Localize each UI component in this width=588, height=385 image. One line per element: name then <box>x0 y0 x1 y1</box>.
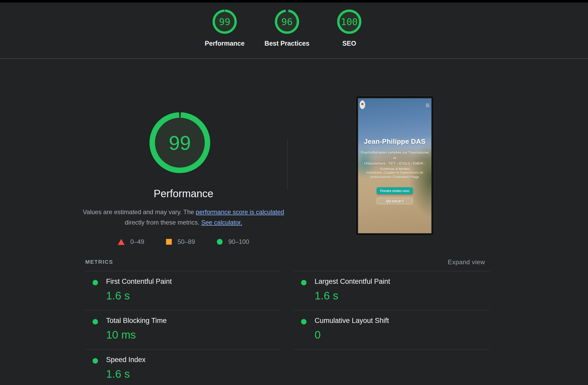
metric-label: Total Blocking Time <box>106 317 167 325</box>
legend-range-fail: 0–49 <box>130 238 144 245</box>
metric-row-speed-index: Speed Index 1.6 s <box>85 349 281 385</box>
metrics-right-column: Largest Contentful Paint 1.6 s Cumulativ… <box>294 271 490 350</box>
metric-row-tbt: Total Blocking Time 10 ms <box>85 310 281 349</box>
metric-row-fcp: First Contentful Paint 1.6 s <box>85 271 281 310</box>
description-text-2: directly from these metrics. <box>125 219 201 226</box>
metric-value: 1.6 s <box>106 368 130 380</box>
screenshot-about-button: Qui suis-je ? <box>377 198 413 204</box>
legend-range-pass: 90–100 <box>228 238 249 245</box>
summary-gauge-seo[interactable]: 100 SEO <box>318 9 381 47</box>
fail-triangle-icon <box>118 239 125 245</box>
tagline-line: l'Attachement : TIFT - ICV(LI) - EMDR - <box>360 161 430 166</box>
metric-label: First Contentful Paint <box>106 278 172 286</box>
metric-label: Largest Contentful Paint <box>315 278 390 286</box>
audience-line: professionnels Châtelaillon-Plage <box>361 175 429 179</box>
metric-value: 1.6 s <box>315 290 338 302</box>
performance-score: 99 <box>212 9 237 34</box>
score-legend: 0–49 50–89 90–100 <box>85 238 282 245</box>
screenshot-appointment-button: Prendre rendez-vous <box>377 187 413 194</box>
seo-score: 100 <box>337 9 362 34</box>
pass-circle-icon <box>217 239 223 245</box>
metric-label: Cumulative Layout Shift <box>315 317 389 325</box>
legend-item-fail: 0–49 <box>118 238 144 245</box>
screenshot-image: Jean-Philippe DAS Psychothérapies centré… <box>358 98 431 233</box>
metric-label: Speed Index <box>106 356 146 364</box>
section-divider <box>0 58 588 59</box>
vertical-divider <box>287 139 287 190</box>
legend-item-pass: 90–100 <box>217 238 249 245</box>
page-title: Performance <box>85 188 282 200</box>
summary-gauge-performance[interactable]: 99 Performance <box>193 9 256 47</box>
pass-dot-icon <box>93 280 98 285</box>
screenshot-site-name: Jean-Philippe DAS <box>358 137 431 146</box>
metric-value: 1.6 s <box>106 290 130 302</box>
screenshot-tagline: Psychothérapies centrées sur Traumatisme… <box>360 150 430 172</box>
metrics-left-column: First Contentful Paint 1.6 s Total Block… <box>85 271 281 385</box>
window-top-edge <box>0 0 588 3</box>
metric-row-cls: Cumulative Layout Shift 0 <box>294 310 490 349</box>
metric-row-lcp: Largest Contentful Paint 1.6 s <box>294 271 490 310</box>
pass-dot-icon <box>93 358 98 364</box>
seo-score-label: SEO <box>318 40 381 47</box>
lighthouse-report: 99 Performance 96 Best Practices 100 SEO <box>0 0 588 385</box>
audience-line: Individuels, Couples et Supervisions de <box>361 171 429 175</box>
metrics-heading: METRICS <box>85 259 113 265</box>
performance-description: Values are estimated and may vary. The p… <box>82 207 285 228</box>
hamburger-menu-icon <box>426 104 429 108</box>
performance-score-label: Performance <box>193 40 256 47</box>
performance-main-gauge: 99 <box>149 111 211 174</box>
best-practices-score-label: Best Practices <box>256 40 318 47</box>
performance-main-score: 99 <box>149 111 211 174</box>
metric-value: 0 <box>315 329 321 341</box>
screenshot-audience: Individuels, Couples et Supervisions de … <box>361 171 429 179</box>
site-logo-icon <box>360 100 365 109</box>
best-practices-score: 96 <box>275 9 299 34</box>
legend-item-average: 50–89 <box>166 238 195 245</box>
summary-gauge-best-practices[interactable]: 96 Best Practices <box>256 9 318 47</box>
performance-score-calculated-link[interactable]: performance score is calculated <box>196 208 284 215</box>
average-square-icon <box>166 239 172 245</box>
pass-dot-icon <box>301 319 307 324</box>
metric-value: 10 ms <box>106 329 136 341</box>
legend-range-average: 50–89 <box>177 238 195 245</box>
page-screenshot-thumbnail[interactable]: Jean-Philippe DAS Psychothérapies centré… <box>356 96 434 236</box>
pass-dot-icon <box>93 319 98 324</box>
see-calculator-link[interactable]: See calculator. <box>201 219 242 226</box>
expand-view-button[interactable]: Expand view <box>448 258 485 266</box>
description-text-1: Values are estimated and may vary. The <box>83 208 196 215</box>
tagline-line: Psychothérapies centrées sur Traumatisme… <box>360 150 430 161</box>
column-bottom-divider <box>294 349 490 350</box>
pass-dot-icon <box>301 280 307 285</box>
